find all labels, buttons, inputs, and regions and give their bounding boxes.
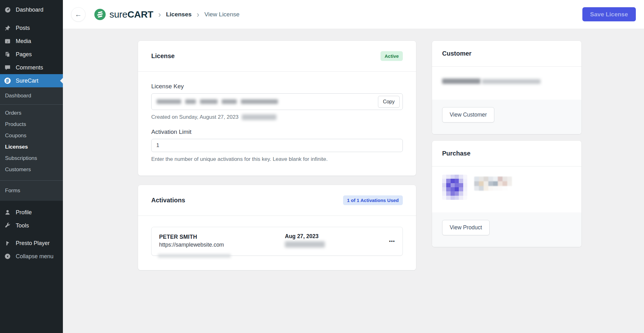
surecart-submenu: Dashboard Orders Products Coupons Licens… bbox=[0, 87, 63, 201]
sidebar-item-tools[interactable]: Tools bbox=[0, 219, 63, 232]
sidebar-item-dashboard[interactable]: Dashboard bbox=[0, 3, 63, 16]
page-header: ← sureCART › Licenses › View License Sav… bbox=[63, 0, 644, 29]
sidebar-item-label: Profile bbox=[16, 209, 32, 216]
submenu-divider bbox=[0, 104, 63, 105]
customer-card-title: Customer bbox=[442, 50, 471, 57]
ellipsis-icon[interactable]: ••• bbox=[386, 238, 395, 244]
surecart-icon bbox=[4, 77, 11, 85]
activations-card: Activations 1 of 1 Activations Used PETE… bbox=[138, 185, 416, 270]
purchase-card: Purchase View Product bbox=[432, 141, 581, 247]
breadcrumb-view-license: View License bbox=[204, 11, 240, 18]
arrow-left-icon: ← bbox=[75, 10, 82, 19]
activation-url: https://samplewebsite.com bbox=[159, 242, 285, 248]
breadcrumb-licenses[interactable]: Licenses bbox=[166, 11, 192, 18]
submenu-item-licenses[interactable]: Licenses bbox=[0, 141, 63, 153]
surecart-logo[interactable]: sureCART bbox=[94, 8, 153, 20]
sidebar-item-media[interactable]: ♪ Media bbox=[0, 35, 63, 48]
sidebar-item-pages[interactable]: Pages bbox=[0, 48, 63, 61]
activations-usage-badge: 1 of 1 Activations Used bbox=[343, 195, 403, 205]
submenu-item-coupons[interactable]: Coupons bbox=[0, 130, 63, 141]
activation-limit-label: Activation Limit bbox=[151, 128, 403, 135]
user-icon bbox=[4, 209, 11, 216]
submenu-item-forms[interactable]: Forms bbox=[0, 185, 63, 196]
submenu-divider bbox=[0, 180, 63, 181]
collapse-arrow-icon bbox=[4, 253, 11, 260]
sidebar-item-posts[interactable]: Posts bbox=[0, 21, 63, 35]
surecart-logo-icon bbox=[94, 8, 106, 20]
back-button[interactable]: ← bbox=[71, 7, 86, 22]
redacted-customer-email bbox=[482, 79, 541, 84]
sidebar-item-collapse-menu[interactable]: Collapse menu bbox=[0, 250, 63, 263]
sidebar-item-profile[interactable]: Profile bbox=[0, 206, 63, 219]
chevron-right-icon: › bbox=[197, 10, 199, 19]
main-content: License Active License Key Copy bbox=[63, 29, 644, 333]
sidebar-item-label: Dashboard bbox=[16, 7, 43, 13]
pin-icon bbox=[4, 24, 11, 32]
sidebar-item-label: Comments bbox=[16, 64, 43, 71]
sidebar-item-label: Pages bbox=[16, 51, 32, 58]
brand-wordmark: sureCART bbox=[109, 9, 153, 20]
sidebar-item-label: Presto Player bbox=[16, 240, 50, 247]
submenu-item-orders[interactable]: Orders bbox=[0, 107, 63, 119]
sidebar-item-label: Posts bbox=[16, 25, 30, 31]
license-key-label: License Key bbox=[151, 83, 403, 90]
activation-date-block: Aug 27, 2023 bbox=[285, 233, 386, 249]
comments-icon bbox=[4, 64, 11, 71]
activation-limit-input[interactable] bbox=[151, 139, 403, 152]
activation-limit-help: Enter the number of unique activations f… bbox=[151, 156, 403, 162]
presto-player-icon bbox=[4, 239, 11, 247]
svg-text:♪: ♪ bbox=[7, 40, 8, 43]
sidebar-item-comments[interactable]: Comments bbox=[0, 61, 63, 74]
pages-icon bbox=[4, 51, 11, 58]
license-card-title: License bbox=[151, 52, 175, 60]
sidebar-item-label: Collapse menu bbox=[16, 253, 53, 260]
sidebar-item-label: Tools bbox=[16, 222, 29, 229]
redacted-license-key bbox=[157, 99, 378, 104]
redacted-strip bbox=[158, 254, 231, 258]
product-thumbnail bbox=[442, 175, 467, 200]
sidebar-item-label: Media bbox=[16, 38, 31, 45]
view-customer-button[interactable]: View Customer bbox=[442, 107, 494, 123]
license-key-field[interactable]: Copy bbox=[151, 93, 403, 110]
submenu-item-subscriptions[interactable]: Subscriptions bbox=[0, 153, 63, 164]
media-icon: ♪ bbox=[4, 37, 11, 45]
sidebar-item-label: SureCart bbox=[16, 78, 38, 84]
activation-identity: PETER SMITH https://samplewebsite.com bbox=[159, 234, 285, 248]
created-on-text: Created on Sunday, August 27, 2023 bbox=[151, 114, 403, 120]
wrench-icon bbox=[4, 222, 11, 229]
sidebar-item-surecart[interactable]: SureCart bbox=[0, 74, 63, 87]
redacted-product-name bbox=[474, 177, 512, 191]
customer-card: Customer View Customer bbox=[432, 41, 581, 134]
activations-card-title: Activations bbox=[151, 197, 185, 204]
save-license-button[interactable]: Save License bbox=[582, 7, 636, 21]
activation-name: PETER SMITH bbox=[159, 234, 285, 240]
admin-sidebar: Dashboard Posts ♪ Media Pages Comments S… bbox=[0, 0, 63, 333]
submenu-item-customers[interactable]: Customers bbox=[0, 164, 63, 175]
sidebar-item-presto-player[interactable]: Presto Player bbox=[0, 237, 63, 250]
license-card: License Active License Key Copy bbox=[138, 41, 416, 176]
redacted-activation-time bbox=[285, 241, 325, 248]
status-badge: Active bbox=[380, 51, 403, 61]
dashboard-icon bbox=[4, 6, 11, 14]
chevron-right-icon: › bbox=[158, 10, 161, 19]
activation-date: Aug 27, 2023 bbox=[285, 233, 386, 240]
submenu-item-dashboard[interactable]: Dashboard bbox=[0, 90, 63, 101]
submenu-item-products[interactable]: Products bbox=[0, 119, 63, 130]
copy-button[interactable]: Copy bbox=[378, 96, 400, 108]
redacted-created-time bbox=[242, 114, 276, 120]
view-product-button[interactable]: View Product bbox=[442, 220, 490, 235]
purchase-card-title: Purchase bbox=[442, 150, 470, 157]
activation-row: PETER SMITH https://samplewebsite.com Au… bbox=[151, 227, 403, 256]
redacted-customer-name bbox=[442, 79, 480, 84]
